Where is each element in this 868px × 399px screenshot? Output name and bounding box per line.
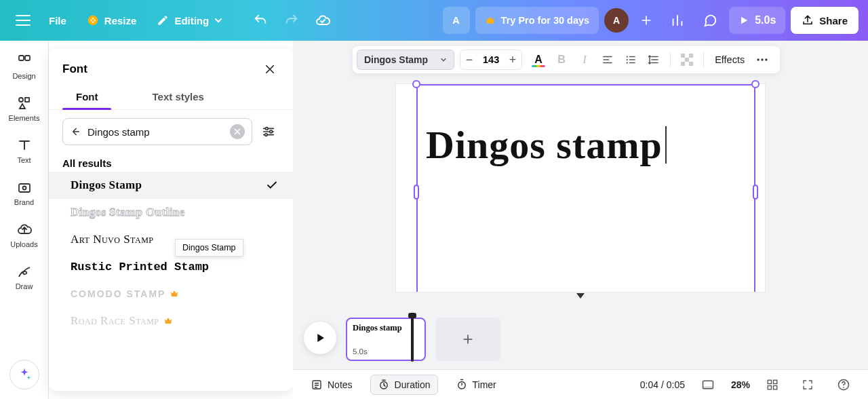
panel-title: Font — [62, 62, 87, 76]
timeline-page-thumb[interactable]: Dingos stamp 5.0s — [346, 318, 426, 361]
analytics-button[interactable] — [664, 7, 691, 34]
svg-point-32 — [843, 387, 844, 388]
notes-label: Notes — [328, 379, 353, 390]
rail-text-label: Text — [17, 156, 31, 164]
fullscreen-icon — [802, 379, 814, 391]
plus-icon — [461, 332, 475, 346]
close-icon — [264, 63, 276, 75]
file-menu[interactable]: File — [41, 7, 75, 34]
tab-text-styles[interactable]: Text styles — [138, 87, 217, 109]
fullscreen-button[interactable] — [795, 375, 821, 394]
comment-icon — [703, 13, 717, 28]
rail-brand[interactable]: Brand — [4, 175, 45, 210]
handle-top-left[interactable] — [412, 80, 420, 88]
font-item[interactable]: Rustic Printed Stamp — [49, 253, 293, 280]
back-arrow-icon[interactable] — [70, 126, 81, 137]
svg-point-6 — [22, 187, 26, 190]
svg-rect-29 — [768, 385, 771, 389]
font-preview: Dingos Stamp — [71, 178, 142, 192]
add-page-button[interactable] — [435, 318, 500, 361]
font-preview: Road Race Stamp — [71, 314, 159, 328]
svg-point-8 — [270, 130, 273, 133]
resize-label: Resize — [104, 15, 137, 26]
menu-button[interactable] — [9, 7, 37, 34]
zoom-level[interactable]: 28% — [731, 379, 750, 390]
rail-draw-label: Draw — [16, 282, 33, 290]
notes-button[interactable]: Notes — [304, 375, 359, 394]
avatar[interactable]: A — [604, 8, 629, 33]
editing-menu[interactable]: Editing — [149, 7, 231, 34]
play-icon — [738, 15, 749, 26]
selection-frame[interactable] — [416, 84, 755, 292]
rail-uploads-label: Uploads — [10, 240, 37, 248]
rail-elements[interactable]: Elements — [4, 91, 45, 126]
help-button[interactable] — [830, 375, 857, 395]
add-member-button[interactable] — [634, 8, 658, 33]
duration-button[interactable]: Duration — [370, 375, 438, 395]
design-icon — [16, 53, 33, 69]
svg-rect-30 — [774, 385, 777, 389]
font-search-input[interactable] — [87, 126, 223, 138]
rail-draw[interactable]: Draw — [4, 259, 45, 294]
timer-label: Timer — [473, 379, 496, 390]
handle-left[interactable] — [414, 185, 419, 200]
rail-brand-label: Brand — [14, 198, 34, 206]
bottom-bar: Notes Duration Timer 0:04 / 0:05 28% — [293, 369, 868, 399]
rail-design[interactable]: Design — [4, 49, 45, 84]
try-pro-button[interactable]: Try Pro for 30 days — [475, 7, 599, 34]
plus-icon — [639, 14, 653, 27]
svg-rect-4 — [25, 98, 29, 102]
cloud-check-icon — [315, 12, 331, 28]
handle-right[interactable] — [753, 185, 758, 200]
playhead[interactable] — [411, 317, 414, 362]
cloud-sync-button[interactable] — [309, 7, 336, 34]
text-icon — [16, 137, 33, 153]
magic-button[interactable] — [9, 360, 39, 390]
handle-top-right[interactable] — [751, 80, 760, 88]
try-pro-label: Try Pro for 30 days — [501, 15, 590, 26]
rail-design-label: Design — [12, 72, 35, 80]
svg-rect-5 — [19, 184, 30, 192]
font-preview: Dingos Stamp Outline — [71, 206, 185, 219]
stage[interactable]: Dingos stamp — [293, 41, 868, 318]
topbar-right: A Try Pro for 30 days A 5.0s Share — [443, 7, 859, 34]
accessibility-toggle[interactable]: A — [443, 7, 470, 34]
rail-uploads[interactable]: Uploads — [4, 217, 45, 252]
share-icon — [802, 14, 814, 26]
resize-button[interactable]: Resize — [79, 7, 145, 34]
view-scroll-button[interactable] — [694, 375, 722, 395]
chevron-down-icon — [214, 16, 222, 24]
thumb-text: Dingos stamp — [353, 323, 419, 333]
svg-rect-26 — [703, 386, 713, 388]
font-item[interactable]: COMODO STAMP — [49, 280, 293, 307]
tab-font[interactable]: Font — [62, 87, 111, 109]
timer-button[interactable]: Timer — [449, 375, 503, 394]
comment-button[interactable] — [696, 7, 724, 34]
font-preview: COMODO STAMP — [71, 288, 165, 299]
svg-point-0 — [88, 16, 98, 25]
filter-button[interactable] — [258, 121, 279, 142]
svg-point-3 — [19, 98, 23, 102]
rail-text[interactable]: Text — [4, 133, 45, 168]
canvas-page[interactable]: Dingos stamp — [396, 84, 765, 292]
redo-button[interactable] — [278, 7, 305, 34]
present-button[interactable]: 5.0s — [729, 7, 785, 34]
canvas-text[interactable]: Dingos stamp — [426, 122, 663, 168]
undo-icon — [253, 13, 268, 28]
clear-search-button[interactable] — [230, 124, 245, 139]
timeline-play-button[interactable] — [304, 322, 336, 354]
undo-button[interactable] — [247, 7, 274, 34]
close-panel-button[interactable] — [260, 60, 279, 79]
grid-view-button[interactable] — [760, 375, 785, 394]
font-item[interactable]: Dingos Stamp — [49, 172, 293, 199]
present-duration: 5.0s — [755, 14, 776, 26]
left-rail: Design Elements Text Brand Uploads Draw — [0, 41, 49, 399]
uploads-icon — [16, 221, 33, 238]
font-item[interactable]: Art Nuvo Stamp — [49, 226, 293, 253]
timer-icon — [456, 379, 468, 391]
font-item[interactable]: Road Race Stamp — [49, 307, 293, 335]
share-button[interactable]: Share — [791, 7, 859, 34]
hamburger-icon — [16, 15, 31, 26]
font-item[interactable]: Dingos Stamp Outline — [49, 199, 293, 226]
crown-icon — [163, 316, 173, 326]
